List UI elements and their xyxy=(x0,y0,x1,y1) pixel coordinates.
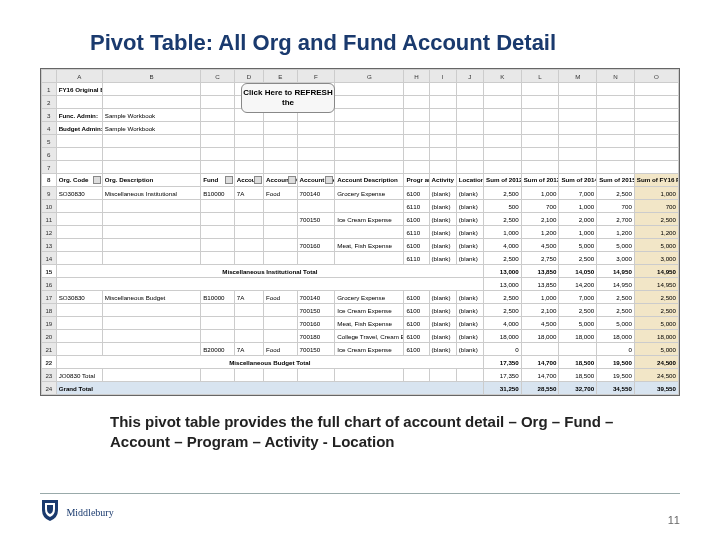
table-cell xyxy=(234,200,263,213)
spreadsheet-region: Click Here to REFRESH the ABCDEFGHIJKLMN… xyxy=(40,68,680,396)
value-cell: 31,250 xyxy=(484,382,522,395)
value-cell: 2,500 xyxy=(634,304,678,317)
value-cell: 2,000 xyxy=(559,213,597,226)
table-cell: (blank) xyxy=(429,291,456,304)
table-cell: (blank) xyxy=(429,343,456,356)
table-cell xyxy=(102,200,200,213)
col-header: A xyxy=(56,70,102,83)
table-cell xyxy=(201,252,235,265)
value-cell: 1,000 xyxy=(521,291,559,304)
col-header: M xyxy=(559,70,597,83)
value-cell: 5,000 xyxy=(634,239,678,252)
value-cell: 18,000 xyxy=(634,330,678,343)
pivot-header[interactable]: Account Descripti xyxy=(264,174,298,187)
value-cell: 14,050 xyxy=(559,265,597,278)
value-cell: 17,350 xyxy=(484,369,522,382)
table-cell xyxy=(234,213,263,226)
col-header: E xyxy=(264,70,298,83)
logo-text: Middlebury xyxy=(66,507,113,518)
footer: Middlebury 11 xyxy=(40,498,680,526)
table-cell: 6110 xyxy=(404,252,429,265)
value-cell: 700 xyxy=(597,200,635,213)
value-cell: 2,500 xyxy=(634,213,678,226)
logo-shield-icon xyxy=(40,498,60,526)
table-cell: Ice Cream Expense xyxy=(335,213,404,226)
refresh-button[interactable]: Click Here to REFRESH the xyxy=(241,83,335,113)
value-cell: 28,550 xyxy=(521,382,559,395)
table-cell xyxy=(102,369,200,382)
meta-label: Budget Admin: xyxy=(56,122,102,135)
subtotal-label: Miscellaneous Budget Total xyxy=(56,356,483,369)
value-cell: 2,500 xyxy=(597,291,635,304)
value-cell: 1,200 xyxy=(597,226,635,239)
value-cell: 4,000 xyxy=(484,317,522,330)
table-cell xyxy=(201,369,235,382)
table-cell: 6100 xyxy=(404,343,429,356)
value-cell: 5,000 xyxy=(559,239,597,252)
table-cell: (blank) xyxy=(429,317,456,330)
value-cell: 2,500 xyxy=(484,187,522,200)
value-cell: 1,000 xyxy=(521,187,559,200)
table-cell xyxy=(335,252,404,265)
table-cell: JO0830 Total xyxy=(56,369,102,382)
table-cell xyxy=(56,343,102,356)
table-cell xyxy=(234,369,263,382)
table-cell xyxy=(102,330,200,343)
value-cell: 2,700 xyxy=(597,213,635,226)
table-cell: Ice Cream Expense xyxy=(335,304,404,317)
table-cell xyxy=(201,304,235,317)
col-header: L xyxy=(521,70,559,83)
pivot-header[interactable]: Account Type xyxy=(234,174,263,187)
value-cell: 14,950 xyxy=(634,265,678,278)
table-cell xyxy=(102,343,200,356)
table-cell: SO30830 xyxy=(56,291,102,304)
value-cell: 14,700 xyxy=(521,356,559,369)
table-cell xyxy=(297,200,335,213)
table-cell xyxy=(201,213,235,226)
table-cell: Miscellaneous Institutional xyxy=(102,187,200,200)
table-cell: Meat, Fish Expense xyxy=(335,317,404,330)
table-cell xyxy=(234,317,263,330)
table-cell: 700150 xyxy=(297,213,335,226)
table-cell: 6100 xyxy=(404,291,429,304)
value-cell: 5,000 xyxy=(597,317,635,330)
table-cell: (blank) xyxy=(456,187,483,200)
table-cell: Ice Cream Expense xyxy=(335,343,404,356)
table-cell xyxy=(56,239,102,252)
table-cell xyxy=(264,239,298,252)
table-cell: (blank) xyxy=(429,200,456,213)
pivot-header[interactable]: Account Code xyxy=(297,174,335,187)
pivot-header: Org. Description xyxy=(102,174,200,187)
value-cell: 18,000 xyxy=(597,330,635,343)
table-cell: 6110 xyxy=(404,200,429,213)
value-cell: 1,000 xyxy=(559,200,597,213)
value-cell: 13,000 xyxy=(484,278,522,291)
value-cell: 4,000 xyxy=(484,239,522,252)
table-cell: (blank) xyxy=(456,330,483,343)
table-cell xyxy=(56,304,102,317)
table-cell: B10000 xyxy=(201,291,235,304)
meta-label xyxy=(56,161,102,174)
value-cell: 3,000 xyxy=(634,252,678,265)
col-header: K xyxy=(484,70,522,83)
value-cell: 14,950 xyxy=(634,278,678,291)
value-cell: 5,000 xyxy=(559,317,597,330)
table-cell xyxy=(234,226,263,239)
table-cell xyxy=(234,304,263,317)
table-cell: (blank) xyxy=(456,239,483,252)
table-cell: (blank) xyxy=(456,200,483,213)
pivot-header[interactable]: Fund xyxy=(201,174,235,187)
pivot-header[interactable]: Org. Code xyxy=(56,174,102,187)
value-cell: 1,000 xyxy=(634,187,678,200)
pivot-header: Sum of FY16 PROPOSED Budget xyxy=(634,174,678,187)
table-cell xyxy=(264,317,298,330)
table-cell xyxy=(264,369,298,382)
col-header: C xyxy=(201,70,235,83)
meta-value xyxy=(102,148,200,161)
table-cell: (blank) xyxy=(456,252,483,265)
value-cell: 2,500 xyxy=(559,304,597,317)
value-cell: 0 xyxy=(597,343,635,356)
table-cell: 7A xyxy=(234,343,263,356)
table-cell: (blank) xyxy=(429,226,456,239)
table-cell xyxy=(201,317,235,330)
